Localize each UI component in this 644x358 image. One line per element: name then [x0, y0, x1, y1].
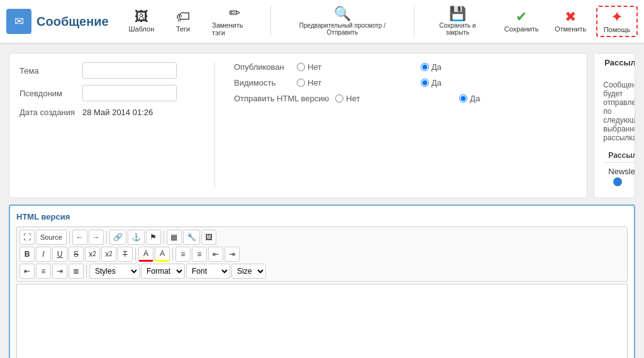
preview-icon: 🔍 — [334, 7, 351, 21]
published-label: Опубликован — [234, 62, 291, 72]
size-select[interactable]: Size — [231, 264, 266, 279]
tab-rassylki[interactable]: Рассылки — [594, 53, 635, 73]
toolbar-save-close[interactable]: 💾 Сохранить и закрыть — [421, 4, 494, 38]
anchor-btn[interactable]: ⚓ — [128, 230, 145, 245]
highlight-btn[interactable]: A — [155, 247, 170, 262]
published-no-radio[interactable] — [297, 63, 305, 71]
visibility-yes-pair: Да — [421, 78, 538, 87]
published-yes-label: Да — [431, 62, 538, 72]
date-value: 28 Май 2014 01:26 — [82, 108, 153, 117]
main-toolbar: ✉ Сообщение 🖼 Шаблон 🏷 Теги ✏ Заменить т… — [0, 0, 644, 44]
strike-btn[interactable]: S — [69, 247, 84, 262]
sep1 — [69, 231, 70, 243]
editor-body[interactable] — [16, 284, 628, 358]
tabs-header: Рассылки Вложения Отправитель Метаданные — [594, 53, 635, 73]
undo-btn[interactable]: ← — [72, 230, 87, 245]
tegi-icon: 🏷 — [176, 10, 190, 24]
visibility-no-radio[interactable] — [297, 79, 305, 87]
format-clear-btn[interactable]: T — [118, 247, 133, 262]
toolbar-cancel[interactable]: ✖ Отменить — [548, 8, 592, 35]
align-left-btn[interactable]: ⇤ — [19, 264, 35, 279]
right-panel: Рассылки Вложения Отправитель Метаданные… — [594, 53, 635, 198]
newsletter-name: Newsletters — [603, 163, 635, 190]
sep3 — [164, 231, 164, 243]
align-justify-btn[interactable]: ≣ — [69, 264, 84, 279]
image-btn[interactable]: 🖼 — [201, 230, 216, 245]
editor-section: HTML версия ⛶ Source ← → 🔗 ⚓ ⚑ ▦ 🔧 🖼 B — [9, 204, 635, 358]
html-yes-pair: Да — [459, 94, 577, 103]
styles-select[interactable]: Styles — [89, 264, 140, 279]
visibility-radio-group: Нет Да — [297, 78, 538, 87]
toolbar-preview[interactable]: 🔍 Предварительный просмотр / Отправить — [277, 4, 408, 38]
toolbar-shablon[interactable]: 🖼 Шаблон — [123, 8, 160, 35]
html-radio-group: Нет Да — [335, 94, 577, 103]
fullscreen-btn[interactable]: ⛶ — [19, 230, 35, 245]
shablon-label: Шаблон — [129, 25, 155, 33]
help-label: Помощь — [604, 26, 631, 33]
save-label: Сохранить — [504, 25, 539, 33]
align-center-btn[interactable]: ≡ — [36, 264, 51, 279]
table-btn[interactable]: ▦ — [167, 230, 182, 245]
html-yes-radio[interactable] — [459, 94, 467, 103]
save-icon: ✔ — [516, 10, 527, 24]
indent-btn[interactable]: ⇥ — [225, 247, 240, 262]
toolbar-separator-2 — [414, 6, 414, 37]
cancel-icon: ✖ — [565, 10, 576, 24]
bold-btn[interactable]: B — [19, 247, 35, 262]
help-icon: ✦ — [611, 9, 623, 25]
ul-btn[interactable]: ≡ — [192, 247, 207, 262]
flag-btn[interactable]: ⚑ — [146, 230, 161, 245]
source-btn[interactable]: Source — [36, 230, 67, 245]
html-no-label: Нет — [346, 94, 453, 103]
superscript-btn[interactable]: x2 — [101, 247, 116, 262]
font-color-btn[interactable]: A — [138, 247, 153, 262]
toolbar-tegi[interactable]: 🏷 Теги — [164, 8, 202, 35]
top-row: Тема Псевдоним Дата создания 28 Май 2014… — [9, 53, 635, 198]
format-select[interactable]: Format — [141, 264, 185, 279]
form-row-date: Дата создания 28 Май 2014 01:26 — [19, 108, 196, 117]
tegi-label: Теги — [176, 25, 190, 33]
link-btn[interactable]: 🔗 — [109, 230, 126, 245]
form-row-published: Опубликован Нет Да — [234, 62, 577, 72]
published-radio-group: Нет Да — [297, 62, 538, 72]
tema-input[interactable] — [82, 62, 177, 79]
italic-btn[interactable]: I — [36, 247, 51, 262]
font-select[interactable]: Font — [186, 264, 230, 279]
tab-description: Сообщение будет отправлено по следующим … — [603, 81, 626, 142]
logo: ✉ Сообщение — [6, 9, 109, 34]
redo-btn[interactable]: → — [89, 230, 104, 245]
form-fields-right: Опубликован Нет Да Видимость — [234, 62, 577, 189]
toolbar-separator-1 — [270, 6, 271, 37]
shablon-icon: 🖼 — [135, 10, 148, 24]
tema-label: Тема — [19, 66, 76, 76]
align-right-btn[interactable]: ⇥ — [52, 264, 67, 279]
pseudo-label: Псевдоним — [19, 89, 76, 98]
tool-btn[interactable]: 🔧 — [183, 230, 200, 245]
form-row-pseudo: Псевдоним — [19, 85, 196, 101]
visibility-yes-radio[interactable] — [421, 79, 429, 87]
html-yes-label: Да — [470, 94, 577, 103]
toolbar-replace-tags[interactable]: ✏ Заменить тэги — [206, 4, 264, 39]
toolbar-help[interactable]: ✦ Помощь — [596, 6, 638, 37]
form-divider — [214, 62, 215, 189]
visibility-no-label: Нет — [308, 78, 414, 87]
replace-icon: ✏ — [229, 6, 240, 20]
form-panel: Тема Псевдоним Дата создания 28 Май 2014… — [9, 53, 587, 198]
sep6 — [86, 265, 87, 277]
outdent-btn[interactable]: ⇤ — [208, 247, 223, 262]
subscript-btn[interactable]: x2 — [85, 247, 100, 262]
page-title: Сообщение — [36, 14, 109, 29]
editor-title: HTML версия — [16, 212, 628, 221]
ol-btn[interactable]: ≡ — [175, 247, 191, 262]
visibility-label: Видимость — [234, 78, 291, 87]
underline-btn[interactable]: U — [52, 247, 67, 262]
toolbar-save[interactable]: ✔ Сохранить — [498, 8, 545, 35]
save-close-icon: 💾 — [449, 7, 466, 21]
form-row-html: Отправить HTML версию Нет Да — [234, 94, 577, 103]
published-no-label: Нет — [308, 62, 414, 72]
published-yes-radio[interactable] — [421, 63, 429, 71]
editor-toolbar: ⛶ Source ← → 🔗 ⚓ ⚑ ▦ 🔧 🖼 B I U S x2 — [16, 227, 628, 282]
logo-icon: ✉ — [6, 9, 31, 34]
html-no-radio[interactable] — [335, 94, 343, 103]
pseudo-input[interactable] — [82, 85, 177, 101]
